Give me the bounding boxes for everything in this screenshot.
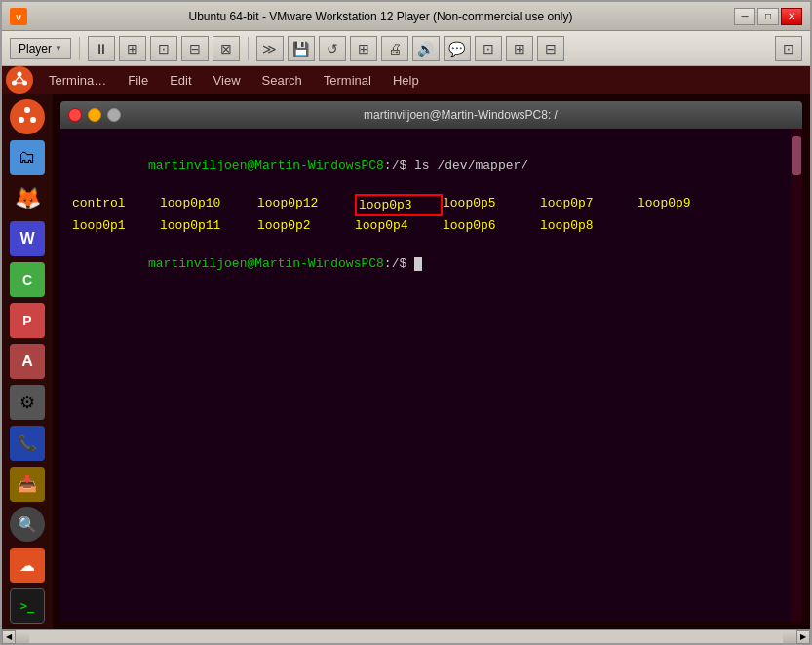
ubuntu-menubar: Termina… File Edit View Search Terminal …	[2, 66, 810, 94]
term-item-loop0p5: loop0p5	[443, 194, 540, 217]
term-item-loop0p7: loop0p7	[540, 194, 638, 217]
dock-icon-calc[interactable]: C	[7, 260, 48, 299]
term-item-loop0p4: loop0p4	[355, 216, 443, 236]
menu-terminal[interactable]: Termina…	[39, 69, 116, 92]
terminal-close-button[interactable]	[68, 108, 82, 122]
menu-bar: Termina… File Edit View Search Terminal …	[39, 69, 429, 92]
player-menu-button[interactable]: Player ▼	[10, 38, 71, 59]
terminal-cursor	[414, 257, 422, 271]
title-bar: V Ubuntu 64-bit - VMware Workstation 12 …	[2, 2, 810, 31]
toolbar-separator-2	[248, 37, 249, 60]
terminal-line-3: martinviljoen@Martin-WindowsPC8:/$	[72, 236, 791, 293]
ubuntu-dock: 🗂 🦊 W C	[2, 94, 53, 629]
terminal-area: martinviljoen@Martin-WindowsPC8: / marti…	[53, 94, 810, 629]
toolbar-btn-3[interactable]: ⊡	[150, 36, 177, 61]
minimize-button[interactable]: ─	[734, 8, 755, 25]
toolbar-separator-1	[79, 37, 80, 60]
term-item-loop0p6: loop0p6	[443, 216, 540, 236]
dock-icon-terminal[interactable]: >_	[7, 587, 48, 626]
toolbar-right-btn[interactable]: ⊡	[775, 36, 802, 61]
terminal-scrollbar[interactable]	[791, 129, 802, 622]
menu-terminal2[interactable]: Terminal	[314, 69, 381, 92]
terminal-line-1: martinviljoen@Martin-WindowsPC8:/$ ls /d…	[72, 136, 791, 194]
term-item-loop0p12: loop0p12	[257, 194, 355, 217]
player-chevron-icon: ▼	[55, 44, 62, 53]
menu-edit[interactable]: Edit	[160, 69, 201, 92]
toolbar-btn-12[interactable]: 💬	[444, 36, 471, 61]
pause-button[interactable]: ⏸	[88, 36, 115, 61]
window-title: Ubuntu 64-bit - VMware Workstation 12 Pl…	[27, 10, 734, 23]
toolbar-btn-14[interactable]: ⊞	[506, 36, 533, 61]
dock-icon-writer[interactable]: W	[7, 220, 48, 259]
svg-text:V: V	[16, 13, 21, 22]
bottom-scrollbar: ◀ ▶	[2, 629, 810, 643]
menu-help[interactable]: Help	[383, 69, 429, 92]
terminal-body[interactable]: martinviljoen@Martin-WindowsPC8:/$ ls /d…	[60, 129, 802, 622]
terminal-path-1: :/$ ls /dev/mapper/	[384, 158, 528, 172]
window-controls: ─ □ ✕	[734, 8, 802, 25]
dock-icon-settings[interactable]: ⚙	[7, 383, 48, 422]
toolbar-btn-8[interactable]: ↺	[319, 36, 346, 61]
dock-icon-phone[interactable]: 📞	[7, 424, 48, 463]
dock-icon-firefox[interactable]: 🦊	[7, 179, 48, 218]
dock-icon-ubuntu-one[interactable]: ☁	[7, 546, 48, 585]
svg-point-9	[19, 117, 24, 123]
horizontal-scroll-track[interactable]	[29, 631, 783, 643]
terminal-prompt-1: martinviljoen@Martin-WindowsPC8	[148, 158, 384, 172]
terminal-prompt-3: martinviljoen@Martin-WindowsPC8	[148, 256, 384, 271]
term-item-control: control	[72, 194, 160, 217]
terminal-items-row1: control loop0p10 loop0p12 loop0p3 loop0p…	[72, 194, 791, 217]
scroll-right-button[interactable]: ▶	[796, 630, 810, 644]
terminal-maximize-button[interactable]	[107, 108, 121, 122]
vmware-toolbar: Player ▼ ⏸ ⊞ ⊡ ⊟ ⊠ ≫ 💾 ↺ ⊞ 🖨 🔊 💬 ⊡ ⊞ ⊟ ⊡	[2, 31, 810, 66]
toolbar-btn-5[interactable]: ⊠	[213, 36, 240, 61]
toolbar-btn-10[interactable]: 🖨	[381, 36, 408, 61]
ubuntu-logo-icon[interactable]	[6, 66, 33, 94]
toolbar-btn-2[interactable]: ⊞	[119, 36, 146, 61]
menu-view[interactable]: View	[204, 69, 251, 92]
term-item-loop0p2: loop0p2	[257, 216, 355, 236]
dock-icon-downloads[interactable]: 📥	[7, 465, 48, 504]
svg-point-7	[24, 107, 30, 113]
toolbar-btn-15[interactable]: ⊟	[537, 36, 564, 61]
terminal-path-3: :/$	[384, 256, 414, 271]
term-item-loop0p8: loop0p8	[540, 216, 638, 236]
svg-point-3	[18, 72, 22, 77]
close-button[interactable]: ✕	[781, 8, 802, 25]
dock-icon-files[interactable]: 🗂	[7, 138, 48, 177]
term-item-loop0p1: loop0p1	[72, 216, 160, 236]
term-item-loop0p11: loop0p11	[160, 216, 257, 236]
terminal-title: martinviljoen@Martin-WindowsPC8: /	[127, 108, 794, 122]
dock-icon-impress[interactable]: P	[7, 301, 48, 340]
vmware-icon: V	[10, 8, 27, 25]
toolbar-btn-4[interactable]: ⊟	[181, 36, 209, 61]
toolbar-btn-9[interactable]: ⊞	[350, 36, 377, 61]
term-item-loop0p3: loop0p3	[355, 194, 443, 217]
terminal-titlebar: martinviljoen@Martin-WindowsPC8: /	[60, 101, 802, 129]
terminal-minimize-button[interactable]	[88, 108, 101, 122]
toolbar-btn-6[interactable]: ≫	[256, 36, 284, 61]
terminal-items-row2: loop0p1 loop0p11 loop0p2 loop0p4 loop0p6…	[72, 216, 791, 236]
dock-icon-search[interactable]: 🔍	[7, 505, 48, 544]
main-content: 🗂 🦊 W C	[2, 94, 810, 629]
maximize-button[interactable]: □	[757, 8, 779, 25]
scrollbar-thumb[interactable]	[792, 136, 801, 175]
menu-search[interactable]: Search	[252, 69, 312, 92]
toolbar-btn-7[interactable]: 💾	[288, 36, 315, 61]
toolbar-btn-13[interactable]: ⊡	[475, 36, 502, 61]
term-item-loop0p9: loop0p9	[638, 194, 725, 217]
toolbar-btn-11[interactable]: 🔊	[412, 36, 440, 61]
svg-point-8	[30, 117, 36, 123]
vmware-window: V Ubuntu 64-bit - VMware Workstation 12 …	[0, 0, 812, 645]
player-label: Player	[19, 42, 52, 56]
dock-icon-ubuntu[interactable]	[7, 97, 48, 136]
dock-icon-texteditor[interactable]: A	[7, 342, 48, 381]
menu-file[interactable]: File	[118, 69, 158, 92]
scroll-left-button[interactable]: ◀	[2, 630, 16, 644]
term-item-loop0p10: loop0p10	[160, 194, 257, 217]
